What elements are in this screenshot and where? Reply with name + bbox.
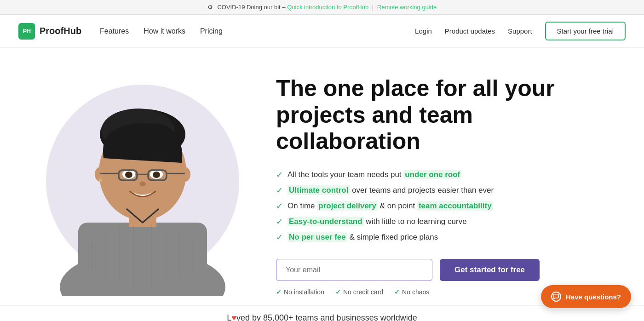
feature-item-3: ✓ On time project delivery & on point te… [276,201,616,211]
heart-icon: ♥ [231,313,236,321]
feature-item-1: ✓ All the tools your team needs put unde… [276,170,616,180]
feature-list: ✓ All the tools your team needs put unde… [276,170,616,242]
hero-content: The one place for all your projects and … [248,66,616,296]
chat-label: Have questions? [566,293,621,301]
check-no-cc: ✓ [335,288,341,296]
gear-icon: ⚙ [207,4,213,11]
nav-product-updates[interactable]: Product updates [445,27,495,35]
navbar: PH ProofHub Features How it works Pricin… [0,15,644,48]
hero-person-image [51,66,235,296]
check-icon-3: ✓ [276,201,283,211]
check-no-chaos: ✓ [394,288,400,296]
start-trial-button[interactable]: Start your free trial [545,22,626,40]
feature-item-2: ✓ Ultimate control over teams and projec… [276,185,616,195]
svg-point-7 [179,167,190,182]
no-credit-card: ✓ No credit card [335,288,383,296]
highlight-2: Ultimate control [288,185,350,195]
nav-support[interactable]: Support [508,27,532,35]
logo-initials: PH [23,28,30,34]
chat-bubble[interactable]: Have questions? [541,285,631,308]
check-no-install: ✓ [276,288,282,296]
banner-link1[interactable]: Quick introduction to ProofHub [287,4,368,11]
feature-item-4: ✓ Easy-to-understand with little to no l… [276,217,616,227]
highlight-4: Easy-to-understand [288,217,364,226]
feature-item-5: ✓ No per user fee & simple fixed price p… [276,232,616,242]
cta-row: Get started for free [276,259,616,281]
email-input[interactable] [276,259,432,281]
logo-link[interactable]: PH ProofHub [18,23,81,40]
top-banner: ⚙ COVID-19 Doing our bit – Quick introdu… [0,0,644,15]
no-installation: ✓ No installation [276,288,324,296]
hero-title: The one place for all your projects and … [276,75,561,155]
get-started-button[interactable]: Get started for free [440,259,540,281]
nav-links: Features How it works Pricing [100,27,415,35]
logo-box: PH [18,23,35,40]
check-icon-5: ✓ [276,232,283,242]
highlight-3b: team accountability [417,201,493,211]
hero-image-area [28,66,248,296]
nav-pricing[interactable]: Pricing [200,27,223,35]
svg-rect-1 [78,223,207,296]
banner-link2[interactable]: Remote working guide [377,4,437,11]
highlight-1: under one roof [403,170,461,179]
nav-right: Login Product updates Support Start your… [415,22,626,40]
svg-point-18 [98,178,102,182]
svg-point-10 [125,172,132,178]
highlight-3a: project delivery [317,201,378,211]
highlight-5: No per user fee [288,232,347,242]
logo-name: ProofHub [40,26,81,36]
hero-section: The one place for all your projects and … [0,48,644,305]
loved-bar: L♥ved by 85,000+ teams and businesses wo… [0,305,644,321]
nav-login[interactable]: Login [415,27,432,35]
nav-how-it-works[interactable]: How it works [144,27,185,35]
banner-prefix: COVID-19 Doing our bit – [217,4,285,11]
check-icon-1: ✓ [276,170,283,180]
svg-point-11 [153,172,160,178]
banner-separator: | [372,4,374,11]
check-icon-2: ✓ [276,185,283,195]
check-icon-4: ✓ [276,217,283,227]
no-chaos: ✓ No chaos [394,288,429,296]
nav-features[interactable]: Features [100,27,129,35]
chat-icon [551,292,561,302]
svg-point-17 [139,182,146,186]
